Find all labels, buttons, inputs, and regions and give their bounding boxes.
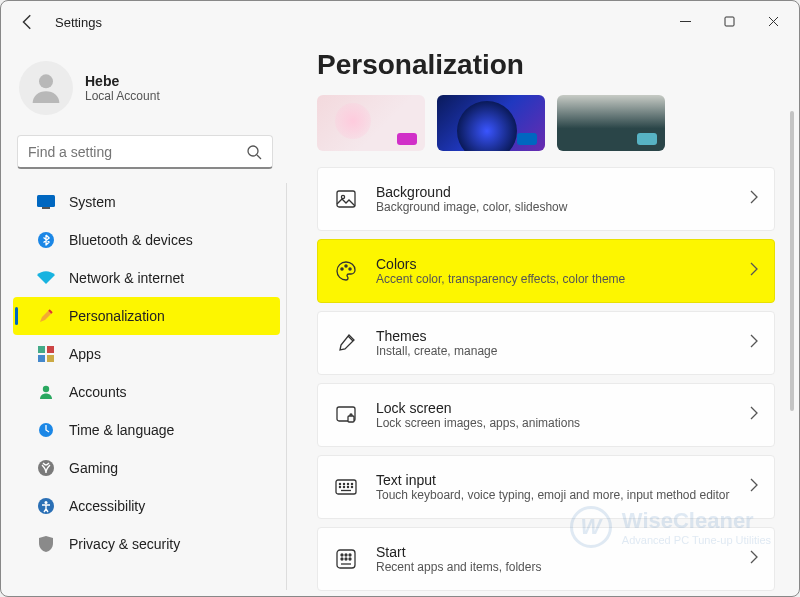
svg-point-37 [341, 554, 343, 556]
svg-rect-12 [38, 355, 45, 362]
titlebar [1, 1, 799, 41]
theme-thumbnail[interactable] [317, 95, 425, 151]
svg-rect-25 [348, 416, 354, 422]
nav-time[interactable]: Time & language [13, 411, 280, 449]
background-icon [334, 187, 358, 211]
svg-rect-7 [37, 195, 55, 207]
theme-thumbnail[interactable] [557, 95, 665, 151]
nav-label: Personalization [69, 308, 165, 324]
system-icon [37, 193, 55, 211]
card-title: Colors [376, 256, 732, 272]
svg-point-4 [39, 74, 53, 88]
card-background[interactable]: BackgroundBackground image, color, slide… [317, 167, 775, 231]
svg-point-38 [345, 554, 347, 556]
nav-personalization[interactable]: Personalization [13, 297, 280, 335]
card-themes[interactable]: ThemesInstall, create, manage [317, 311, 775, 375]
svg-rect-11 [47, 346, 54, 353]
minimize-button[interactable] [663, 6, 707, 36]
svg-point-31 [339, 486, 340, 487]
nav-apps[interactable]: Apps [13, 335, 280, 373]
svg-point-16 [38, 460, 54, 476]
palette-icon [334, 259, 358, 283]
settings-cards: BackgroundBackground image, color, slide… [317, 167, 775, 596]
card-title: Text input [376, 472, 732, 488]
svg-point-41 [345, 558, 347, 560]
window-header: Settings [19, 13, 102, 31]
search-box[interactable] [17, 135, 273, 169]
apps-icon [37, 345, 55, 363]
svg-point-40 [341, 558, 343, 560]
nav-gaming[interactable]: Gaming [13, 449, 280, 487]
svg-line-6 [257, 155, 261, 159]
search-input[interactable] [28, 144, 246, 160]
card-title: Background [376, 184, 732, 200]
card-subtitle: Lock screen images, apps, animations [376, 416, 732, 430]
nav-list: System Bluetooth & devices Network & int… [1, 183, 287, 590]
svg-point-29 [347, 483, 348, 484]
svg-point-22 [345, 265, 347, 267]
svg-point-21 [341, 268, 343, 270]
svg-point-23 [349, 268, 351, 270]
svg-rect-19 [337, 191, 355, 207]
nav-network[interactable]: Network & internet [13, 259, 280, 297]
nav-label: Accounts [69, 384, 127, 400]
svg-point-32 [343, 486, 344, 487]
svg-rect-1 [725, 17, 734, 26]
svg-point-30 [351, 483, 352, 484]
svg-point-34 [351, 486, 352, 487]
chevron-right-icon [750, 550, 758, 568]
shield-icon [37, 535, 55, 553]
user-account: Local Account [85, 89, 160, 103]
start-icon [334, 547, 358, 571]
card-subtitle: Install, create, manage [376, 344, 732, 358]
svg-point-14 [43, 386, 49, 392]
person-icon [37, 383, 55, 401]
svg-point-5 [248, 146, 258, 156]
nav-label: System [69, 194, 116, 210]
card-textinput[interactable]: Text inputTouch keyboard, voice typing, … [317, 455, 775, 519]
xbox-icon [37, 459, 55, 477]
chevron-right-icon [750, 406, 758, 424]
card-subtitle: Accent color, transparency effects, colo… [376, 272, 732, 286]
svg-rect-10 [38, 346, 45, 353]
card-subtitle: Recent apps and items, folders [376, 560, 732, 574]
scrollbar[interactable] [790, 111, 794, 576]
nav-accounts[interactable]: Accounts [13, 373, 280, 411]
nav-label: Bluetooth & devices [69, 232, 193, 248]
theme-thumbnail[interactable] [437, 95, 545, 151]
close-button[interactable] [751, 6, 795, 36]
main-content: Personalization BackgroundBackground ima… [289, 41, 799, 596]
card-title: Start [376, 544, 732, 560]
keyboard-icon [334, 475, 358, 499]
chevron-right-icon [750, 478, 758, 496]
bluetooth-icon [37, 231, 55, 249]
nav-label: Time & language [69, 422, 174, 438]
card-lockscreen[interactable]: Lock screenLock screen images, apps, ani… [317, 383, 775, 447]
svg-rect-13 [47, 355, 54, 362]
wifi-icon [37, 269, 55, 287]
search-icon [246, 144, 262, 160]
svg-point-33 [347, 486, 348, 487]
accessibility-icon [37, 497, 55, 515]
chevron-right-icon [750, 262, 758, 280]
svg-point-27 [339, 483, 340, 484]
user-section[interactable]: Hebe Local Account [1, 51, 289, 131]
settings-window: Settings Hebe Local Account [0, 0, 800, 597]
maximize-button[interactable] [707, 6, 751, 36]
card-title: Lock screen [376, 400, 732, 416]
nav-label: Apps [69, 346, 101, 362]
clock-globe-icon [37, 421, 55, 439]
nav-label: Gaming [69, 460, 118, 476]
card-start[interactable]: StartRecent apps and items, folders [317, 527, 775, 591]
svg-point-28 [343, 483, 344, 484]
card-colors[interactable]: ColorsAccent color, transparency effects… [317, 239, 775, 303]
chevron-right-icon [750, 190, 758, 208]
card-subtitle: Touch keyboard, voice typing, emoji and … [376, 488, 732, 502]
nav-bluetooth[interactable]: Bluetooth & devices [13, 221, 280, 259]
nav-system[interactable]: System [13, 183, 280, 221]
nav-privacy[interactable]: Privacy & security [13, 525, 280, 563]
back-button[interactable] [19, 13, 37, 31]
user-name: Hebe [85, 73, 160, 89]
nav-accessibility[interactable]: Accessibility [13, 487, 280, 525]
svg-rect-8 [42, 207, 50, 209]
